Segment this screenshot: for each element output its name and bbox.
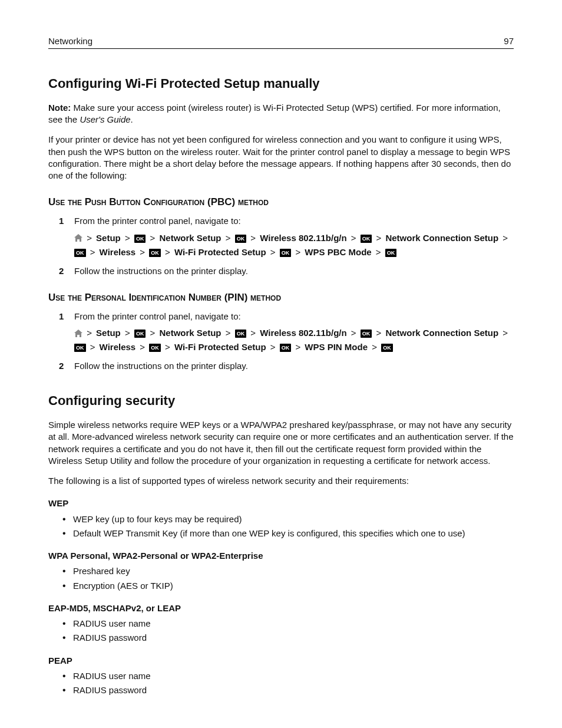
header-page-number: 97 [504,35,514,47]
ok-icon: OK [361,235,372,243]
path-mode: WPS PBC Mode [305,247,371,257]
chevron-right-icon: > [270,245,276,259]
chevron-right-icon: > [503,231,508,245]
eap-list: RADIUS user name RADIUS password [62,618,514,644]
chevron-right-icon: > [87,231,92,245]
security-p2: The following is a list of supported typ… [48,475,514,487]
path-network-setup: Network Setup [160,328,222,338]
home-icon [74,234,82,242]
pbc-steps: 1 From the printer control panel, naviga… [59,215,514,277]
step-number: 2 [59,360,64,372]
list-item: RADIUS user name [62,618,514,630]
list-item: WEP key (up to four keys may be required… [62,513,514,525]
step-text: Follow the instructions on the printer d… [74,266,248,276]
path-ncs: Network Connection Setup [385,233,498,243]
chevron-right-icon: > [90,245,95,259]
heading-wps-manual: Configuring Wi-Fi Protected Setup manual… [48,75,514,93]
pbc-step-2: 2 Follow the instructions on the printer… [59,265,514,277]
chevron-right-icon: > [351,326,356,340]
chevron-right-icon: > [90,340,95,354]
step-number: 2 [59,265,64,277]
ok-icon: OK [134,330,146,338]
heading-pbc: Use the Push Button Configuration (PBC) … [48,196,514,209]
chevron-right-icon: > [150,326,156,340]
path-wps: Wi-Fi Protected Setup [174,247,266,257]
heading-peap: PEAP [48,655,514,667]
chevron-right-icon: > [140,245,145,259]
ok-icon: OK [149,344,161,352]
chevron-right-icon: > [140,340,145,354]
chevron-right-icon: > [226,231,231,245]
heading-wep: WEP [48,498,514,509]
ok-icon: OK [235,235,247,243]
wps-intro: If your printer or device has not yet be… [48,134,514,182]
chevron-right-icon: > [295,245,300,259]
list-item: RADIUS password [62,684,514,696]
note-label: Note: [48,103,71,113]
ok-icon: OK [280,344,292,352]
pbc-nav-path: > Setup > OK > Network Setup > OK > Wire… [74,231,514,259]
path-wps: Wi-Fi Protected Setup [174,342,266,352]
chevron-right-icon: > [125,326,130,340]
list-item: Preshared key [62,565,514,577]
pin-nav-path: > Setup > OK > Network Setup > OK > Wire… [74,326,514,354]
chevron-right-icon: > [87,326,92,340]
path-setup: Setup [96,233,121,243]
list-item: RADIUS password [62,632,514,644]
chevron-right-icon: > [372,340,377,354]
list-item: Default WEP Transmit Key (if more than o… [62,528,514,539]
chevron-right-icon: > [165,245,170,259]
chevron-right-icon: > [250,231,256,245]
note-paragraph: Note: Make sure your access point (wirel… [48,102,514,126]
chevron-right-icon: > [503,326,508,340]
chevron-right-icon: > [226,326,231,340]
chevron-right-icon: > [295,340,300,354]
chevron-right-icon: > [376,326,381,340]
wpa-list: Preshared key Encryption (AES or TKIP) [62,565,514,592]
heading-wpa: WPA Personal, WPA2-Personal or WPA2-Ente… [48,550,514,562]
path-network-setup: Network Setup [160,233,222,243]
ok-icon: OK [74,249,86,257]
path-ncs: Network Connection Setup [385,328,498,338]
path-setup: Setup [96,328,121,338]
ok-icon: OK [74,344,86,352]
ok-icon: OK [280,249,292,257]
ok-icon: OK [235,330,247,338]
chevron-right-icon: > [351,231,356,245]
heading-pin: Use the Personal Identification Number (… [48,291,514,305]
path-mode: WPS PIN Mode [305,342,368,352]
home-icon [74,330,82,337]
security-p1: Simple wireless networks require WEP key… [48,419,514,467]
ok-icon: OK [134,235,146,243]
chevron-right-icon: > [376,231,381,245]
step-number: 1 [59,311,64,322]
users-guide-reference: User's Guide [80,114,130,124]
pin-step-1: 1 From the printer control panel, naviga… [59,311,514,354]
chevron-right-icon: > [125,231,130,245]
peap-list: RADIUS user name RADIUS password [62,670,514,697]
chevron-right-icon: > [270,340,276,354]
heading-eap: EAP-MD5, MSCHAPv2, or LEAP [48,602,514,614]
chevron-right-icon: > [250,326,256,340]
list-item: RADIUS user name [62,670,514,682]
pin-step-2: 2 Follow the instructions on the printer… [59,360,514,372]
pbc-step-1: 1 From the printer control panel, naviga… [59,215,514,259]
step-text: Follow the instructions on the printer d… [74,361,248,371]
path-wireless-band: Wireless 802.11b/g/n [260,328,346,338]
ok-icon: OK [149,249,161,257]
ok-icon: OK [361,330,372,338]
chevron-right-icon: > [376,245,381,259]
pin-steps: 1 From the printer control panel, naviga… [59,311,514,373]
chevron-right-icon: > [150,231,156,245]
path-wireless: Wireless [100,247,136,257]
ok-icon: OK [385,249,397,257]
chevron-right-icon: > [165,340,170,354]
path-wireless: Wireless [100,342,136,352]
path-wireless-band: Wireless 802.11b/g/n [260,233,346,243]
list-item: Encryption (AES or TKIP) [62,580,514,592]
step-text: From the printer control panel, navigate… [74,311,241,321]
heading-configuring-security: Configuring security [48,392,514,410]
wep-list: WEP key (up to four keys may be required… [62,513,514,540]
step-number: 1 [59,215,64,227]
page-header: Networking 97 [48,35,514,49]
